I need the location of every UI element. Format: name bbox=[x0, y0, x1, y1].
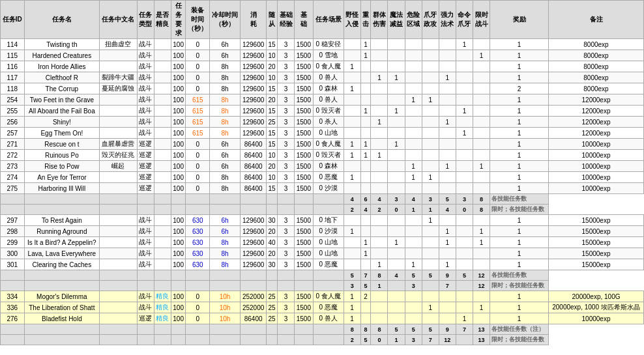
col-debuff: 魔法减益 bbox=[388, 1, 405, 39]
summary-note: 各技能任务数 bbox=[490, 194, 549, 205]
table-cell bbox=[344, 248, 360, 259]
table-cell: 86400 bbox=[241, 139, 267, 150]
summary-cell: 0 bbox=[388, 205, 405, 215]
table-cell: 3 bbox=[278, 83, 295, 94]
table-row: 298Running Aground战斗1006306h129600203150… bbox=[1, 226, 644, 237]
table-cell: 战斗 bbox=[137, 215, 154, 226]
summary-cell bbox=[295, 205, 313, 215]
table-cell: 3 bbox=[278, 302, 295, 313]
table-cell: 1 bbox=[344, 302, 360, 313]
summary-cell bbox=[186, 194, 210, 205]
table-cell: 255 bbox=[1, 106, 25, 117]
table-cell: 0 兽人 bbox=[313, 313, 344, 324]
table-cell: 10000exp bbox=[549, 150, 644, 161]
col-type: 任务类型 bbox=[137, 1, 154, 39]
table-cell: 蔓延的腐蚀 bbox=[100, 83, 137, 94]
summary-cell bbox=[186, 324, 210, 335]
table-cell: 1 bbox=[473, 161, 490, 172]
table-cell: 1500 bbox=[295, 106, 313, 117]
table-cell: 8h bbox=[210, 117, 241, 128]
table-cell bbox=[344, 183, 360, 194]
table-cell: Running Aground bbox=[24, 226, 100, 237]
summary-cell bbox=[171, 281, 186, 291]
summary-cell bbox=[267, 281, 278, 291]
table-cell: 86400 bbox=[241, 313, 267, 324]
table-cell: 1 bbox=[473, 50, 490, 61]
table-cell: 0 食人魔 bbox=[313, 139, 344, 150]
summary-cell bbox=[137, 205, 154, 215]
summary-cell bbox=[456, 335, 473, 345]
table-cell: 100 bbox=[171, 39, 186, 50]
table-cell bbox=[371, 313, 388, 324]
table-cell: 100 bbox=[171, 61, 186, 72]
summary-cell bbox=[313, 281, 344, 291]
summary-cell: 1 bbox=[405, 205, 422, 215]
table-cell: 1 bbox=[456, 128, 473, 139]
table-cell bbox=[388, 291, 405, 302]
summary-cell bbox=[154, 270, 171, 281]
table-cell: 1 bbox=[490, 139, 549, 150]
table-cell: 129600 bbox=[241, 226, 267, 237]
table-cell bbox=[473, 117, 490, 128]
table-cell: 8h bbox=[210, 72, 241, 83]
summary-cell bbox=[154, 324, 171, 335]
table-cell: 300 bbox=[1, 248, 25, 259]
table-cell: 0 毁灭者 bbox=[313, 150, 344, 161]
table-cell: 1 bbox=[344, 139, 360, 150]
table-cell: 114 bbox=[1, 39, 25, 50]
table-cell bbox=[405, 237, 422, 248]
table-cell bbox=[473, 83, 490, 94]
summary-cell bbox=[154, 335, 171, 345]
table-cell bbox=[422, 150, 439, 161]
table-cell bbox=[439, 83, 456, 94]
table-cell: 1 bbox=[456, 313, 473, 324]
summary-row: 464343538各技能任务数 bbox=[1, 194, 644, 205]
table-cell: 10h bbox=[210, 313, 241, 324]
table-cell: 257 bbox=[1, 128, 25, 139]
table-cell: 0 稳安径 bbox=[313, 39, 344, 50]
table-cell bbox=[473, 291, 490, 302]
table-cell: 1 bbox=[344, 172, 360, 183]
table-cell: 8h bbox=[210, 128, 241, 139]
table-cell bbox=[405, 106, 422, 117]
table-cell: 1 bbox=[473, 237, 490, 248]
table-cell: 1 bbox=[388, 72, 405, 83]
summary-cell bbox=[295, 335, 313, 345]
summary-cell: 3 bbox=[422, 194, 439, 205]
summary-cell bbox=[267, 270, 278, 281]
summary-cell: 1 bbox=[371, 281, 388, 291]
summary-cell bbox=[278, 270, 295, 281]
table-row: 254Two Feet in the Grave战斗1006158h129600… bbox=[1, 94, 644, 106]
summary-cell bbox=[210, 335, 241, 345]
table-cell: 40 bbox=[267, 237, 278, 248]
table-cell: 100 bbox=[171, 183, 186, 194]
col-name: 任务名 bbox=[24, 1, 100, 39]
table-cell: 1500 bbox=[295, 259, 313, 270]
summary-cell bbox=[186, 205, 210, 215]
table-cell: 0 bbox=[186, 302, 210, 313]
summary-cell: 1 bbox=[422, 205, 439, 215]
table-cell bbox=[422, 259, 439, 270]
table-cell: 1 bbox=[360, 139, 371, 150]
table-cell bbox=[154, 172, 171, 183]
summary-row: 242011408限时；各技能任务数 bbox=[1, 205, 644, 215]
summary-cell: 4 bbox=[439, 205, 456, 215]
table-cell bbox=[371, 172, 388, 183]
table-cell bbox=[422, 72, 439, 83]
table-cell: Two Feet in the Grave bbox=[24, 94, 100, 106]
table-cell: 战斗 bbox=[137, 50, 154, 61]
table-cell: 0 bbox=[186, 83, 210, 94]
table-cell: Harboring Ill Will bbox=[24, 183, 100, 194]
table-cell bbox=[405, 302, 422, 313]
table-cell bbox=[154, 106, 171, 117]
table-cell: 1500 bbox=[295, 226, 313, 237]
table-cell: 0 兽人 bbox=[313, 94, 344, 106]
table-cell: 1500 bbox=[295, 183, 313, 194]
table-cell: 1 bbox=[490, 248, 549, 259]
table-cell: 3 bbox=[278, 50, 295, 61]
table-row: 297To Rest Again战斗1006306h12960030315000… bbox=[1, 215, 644, 226]
table-cell bbox=[422, 161, 439, 172]
table-cell: 1 bbox=[360, 39, 371, 50]
table-cell: 15 bbox=[267, 183, 278, 194]
table-cell: Is It a Bird? A Zeppelin? bbox=[24, 237, 100, 248]
